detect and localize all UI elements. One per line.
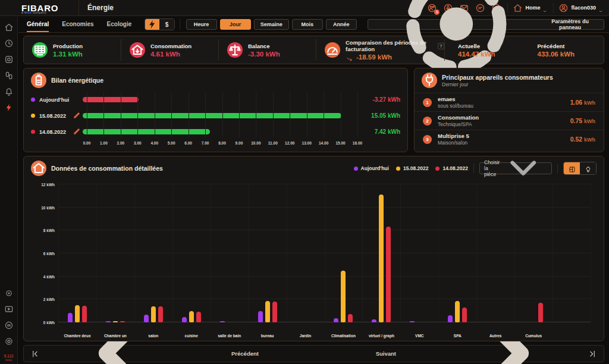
energy-balance-panel: Bilan énergétique Aujourd'hui-3.27 kWh15… (23, 68, 408, 152)
chart-legend: Aujourd'hui15.08.202214.08.2022 (354, 165, 468, 171)
left-sidebar: 5.112 beta (0, 17, 18, 364)
bar[interactable] (82, 306, 87, 322)
help-icon[interactable]: ? (438, 43, 444, 49)
bar[interactable] (258, 311, 263, 322)
sidebar-media-icon[interactable] (4, 305, 14, 314)
legend-dot (31, 114, 35, 118)
summary-consommation: Consommation4.61 kWh (121, 42, 218, 58)
sidebar-bottom: 5.112 beta (4, 288, 14, 364)
period-mois-button[interactable]: Mois (292, 19, 323, 30)
tab-bar: GénéralEconomiesEcologie $ HeureJourSema… (18, 17, 609, 33)
bar[interactable] (334, 318, 338, 322)
axis-tick: 0.00 (83, 141, 91, 145)
plug-icon (422, 73, 437, 88)
sidebar-devices-icon[interactable] (4, 55, 14, 64)
bar[interactable] (462, 307, 467, 322)
bar[interactable] (455, 301, 460, 322)
axis-tick: 8.00 (218, 141, 226, 145)
row-value: -3.27 kWh (357, 96, 400, 103)
bar[interactable] (196, 312, 201, 322)
sidebar-home-icon[interactable] (4, 23, 14, 32)
tab-général[interactable]: Général (27, 17, 49, 32)
sidebar-advanced-icon[interactable] (4, 337, 14, 346)
period-heure-button[interactable]: Heure (186, 19, 217, 30)
balance-bar-track (83, 113, 357, 118)
tab-ecologie[interactable]: Ecologie (107, 17, 132, 32)
main-content: GénéralEconomiesEcologie $ HeureJourSema… (18, 17, 609, 364)
summary-production: Production1.31 kWh (24, 42, 121, 58)
sidebar-remote-icon[interactable] (4, 71, 14, 80)
bar[interactable] (379, 194, 384, 322)
device-name: Consommation (438, 114, 479, 121)
bar[interactable] (386, 227, 391, 322)
page-title: Énergie (87, 4, 114, 12)
bar-group (448, 184, 467, 322)
rank-badge: 3 (423, 135, 432, 144)
house-icon (31, 161, 46, 176)
bar[interactable] (120, 321, 125, 322)
bar[interactable] (220, 321, 225, 322)
summary-label: Production (53, 43, 83, 49)
axis-tick: 3.00 (134, 141, 142, 145)
bar[interactable] (113, 321, 118, 322)
y-axis-label: 8 kWh (43, 228, 55, 233)
balance-bar-track (83, 129, 357, 134)
consumer-row[interactable]: 2ConsommationTechnique/SPA0.75 kWh (415, 111, 604, 130)
sidebar-energy-icon[interactable] (4, 103, 14, 112)
room-select[interactable]: Choisir la pièce (479, 162, 552, 174)
bar[interactable] (538, 303, 543, 322)
bar[interactable] (265, 301, 270, 322)
period-année-button[interactable]: Année (326, 19, 357, 30)
bar[interactable] (151, 306, 156, 322)
row-date-label: 15.08.2022 (35, 113, 72, 119)
consumer-row[interactable]: 1emaessous sol/bureau1.06 kWh (415, 93, 604, 111)
axis-tick: 4.00 (150, 141, 158, 145)
skip-first-button[interactable] (31, 350, 39, 358)
bar[interactable] (272, 302, 277, 322)
axis-tick: 7.00 (202, 141, 209, 145)
device-name: Multiprise 5 (438, 133, 469, 139)
period-buttons: HeureJourSemaineMoisAnnée (180, 19, 357, 30)
bar[interactable] (158, 306, 163, 322)
sidebar-menu (4, 23, 14, 119)
bar[interactable] (182, 317, 187, 322)
bar-group (524, 184, 543, 322)
sidebar-settings-icon[interactable] (4, 288, 14, 298)
pagination-bar: Précédent Suivant (23, 345, 604, 362)
sidebar-profile-icon[interactable] (4, 321, 14, 330)
pencil-icon[interactable] (72, 125, 83, 139)
energy-unit-button[interactable] (145, 19, 159, 30)
y-axis-label: 2 kWh (43, 297, 55, 302)
period-semaine-button[interactable]: Semaine (254, 19, 289, 30)
axis-tick: 14.00 (319, 141, 328, 145)
bar[interactable] (372, 319, 376, 322)
category-label: Cumulus (511, 334, 556, 338)
user-menu[interactable]: flacon030 (553, 3, 603, 13)
bar[interactable] (189, 311, 194, 322)
summary-current: Actuelle414.47 kWh (445, 43, 525, 58)
summary-value: 1.31 kWh (53, 51, 83, 58)
bulb-button[interactable] (580, 162, 596, 174)
balance-bar (83, 129, 210, 134)
production-icon (32, 42, 48, 58)
bar[interactable] (106, 321, 111, 322)
bar[interactable] (448, 315, 453, 322)
pencil-icon[interactable] (72, 109, 83, 123)
period-jour-button[interactable]: Jour (220, 19, 251, 30)
currency-unit-button[interactable]: $ (159, 19, 174, 30)
sidebar-scenes-icon[interactable] (4, 87, 14, 96)
sidebar-history-icon[interactable] (4, 39, 14, 48)
panel-settings-button[interactable]: Paramètres du panneau (368, 19, 604, 30)
bar[interactable] (348, 314, 353, 322)
bar[interactable] (75, 305, 80, 322)
summary-balance: Balance-3.30 kWh (219, 42, 316, 58)
bar[interactable] (410, 321, 415, 322)
bar[interactable] (144, 315, 149, 322)
bar-group (106, 184, 125, 322)
device-location: Maison/salon (438, 140, 469, 146)
grid-view-button[interactable] (564, 162, 580, 174)
skip-last-button[interactable] (588, 350, 597, 358)
bar[interactable] (341, 271, 346, 322)
tab-economies[interactable]: Economies (62, 17, 93, 32)
bar[interactable] (68, 313, 73, 322)
